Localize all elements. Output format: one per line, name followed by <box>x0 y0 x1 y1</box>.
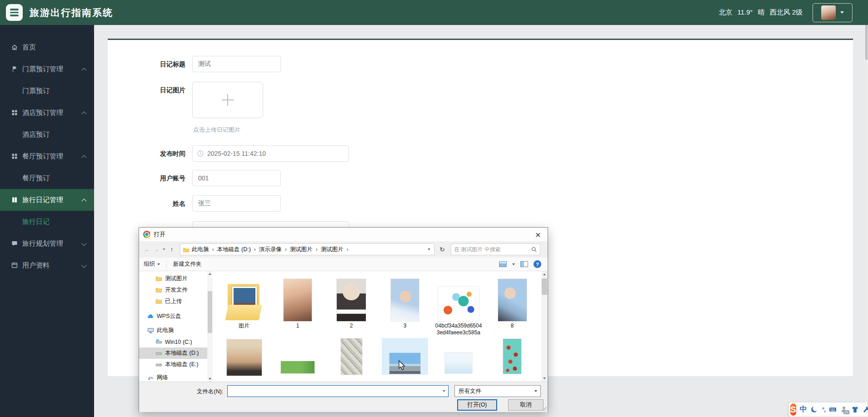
sidebar-item-ticket-mgmt[interactable]: 门票预订管理 <box>0 58 94 80</box>
resize-grip[interactable] <box>542 407 547 411</box>
list-scrollbar-thumb[interactable] <box>542 278 547 295</box>
file-tile[interactable] <box>432 338 485 376</box>
sidebar-item-restaurant-booking[interactable]: 餐厅预订 <box>0 167 94 189</box>
menu-toggle-button[interactable] <box>6 4 23 21</box>
forward-button[interactable] <box>152 244 161 255</box>
breadcrumb-item[interactable]: 此电脑 <box>190 246 211 253</box>
cloud-icon <box>147 313 154 320</box>
file-tile[interactable]: 2 <box>324 278 378 336</box>
clock-icon <box>197 150 204 157</box>
filename-dropdown-icon[interactable] <box>443 390 445 392</box>
organize-button[interactable]: 组织 <box>139 258 165 271</box>
wrench-icon[interactable] <box>863 406 868 413</box>
ime-toolbar: 中 19 <box>788 402 868 417</box>
chevron-up-icon <box>81 111 86 116</box>
scroll-up-icon[interactable] <box>541 271 548 278</box>
open-button[interactable]: 打开(O) <box>457 399 497 411</box>
tree-item-this-pc[interactable]: 此电脑 <box>139 325 213 336</box>
keyboard-icon[interactable] <box>829 406 837 413</box>
scroll-down-icon[interactable] <box>541 375 548 382</box>
file-tile[interactable]: 1 <box>271 278 324 336</box>
filetype-select[interactable]: 所有文件 <box>454 385 541 397</box>
sidebar-item-restaurant-mgmt[interactable]: 餐厅预订管理 <box>0 145 94 167</box>
tshirt-icon[interactable] <box>851 406 859 413</box>
user-account-input[interactable] <box>192 170 281 186</box>
breadcrumb-item[interactable]: 本地磁盘 (D:) <box>215 246 253 253</box>
tree-item-wps-cloud[interactable]: WPS云盘 <box>139 311 213 322</box>
file-thumbnail <box>438 287 479 321</box>
flag-icon <box>11 65 18 73</box>
scroll-up-icon[interactable] <box>207 271 213 277</box>
cancel-button[interactable]: 取消 <box>508 399 544 411</box>
sidebar-item-plan-mgmt[interactable]: 旅行规划管理 <box>0 233 94 254</box>
dialog-title: 打开 <box>154 230 165 238</box>
tree-item-folder[interactable]: 测试图片 <box>139 273 213 284</box>
change-view-icon[interactable] <box>499 261 507 267</box>
tree-item-folder[interactable]: 已上传 <box>139 296 213 307</box>
file-tile[interactable]: 3 <box>378 278 432 336</box>
sidebar-item-diary-mgmt[interactable]: 旅行日记管理 <box>0 189 94 211</box>
tree-item-drive-e[interactable]: 本地磁盘 (E:) <box>139 359 213 370</box>
filename-input[interactable] <box>230 386 439 396</box>
dialog-nav-bar: 此电脑 本地磁盘 (D:) 演示录像 测试图片 测试图片 <box>139 241 548 258</box>
chrome-icon <box>143 231 150 238</box>
diary-title-input[interactable] <box>192 56 281 72</box>
sidebar-item-user-profile[interactable]: 用户资料 <box>0 254 94 276</box>
help-icon[interactable] <box>534 260 541 268</box>
file-tile[interactable] <box>324 338 378 376</box>
sidebar-item-hotel-booking[interactable]: 酒店预订 <box>0 124 94 145</box>
chevron-down-icon <box>81 263 86 268</box>
sogou-logo-icon[interactable] <box>790 403 796 416</box>
sidebar-item-home[interactable]: 首页 <box>0 36 94 58</box>
sidebar-item-hotel-mgmt[interactable]: 酒店预订管理 <box>0 102 94 124</box>
back-button[interactable] <box>143 244 152 255</box>
file-tile[interactable]: 04bcf34a359d65043ed4faeee3c585a <box>432 278 485 336</box>
chevron-up-icon <box>81 199 86 204</box>
ime-mode-toggle[interactable]: 中 <box>800 405 807 414</box>
folder-icon <box>155 275 162 282</box>
view-dropdown-icon[interactable] <box>512 263 515 265</box>
file-tile[interactable] <box>217 338 271 376</box>
file-list-scrollbar[interactable] <box>541 271 548 382</box>
close-icon[interactable] <box>529 228 548 241</box>
tree-item-drive-c[interactable]: Win10 (C:) <box>139 336 213 348</box>
network-icon <box>147 374 154 381</box>
file-tile[interactable]: 8 <box>485 278 539 336</box>
file-tile-folder[interactable]: 图片 <box>217 278 271 336</box>
file-tile[interactable] <box>485 338 539 376</box>
user-menu[interactable] <box>813 3 853 22</box>
tree-item-network[interactable]: 网络 <box>139 372 213 382</box>
tree-item-folder[interactable]: 开发文件 <box>139 284 213 296</box>
avatar <box>821 5 836 20</box>
file-name: 2 <box>347 323 356 329</box>
tree-scrollbar[interactable] <box>207 271 213 382</box>
breadcrumb-item[interactable]: 测试图片 <box>288 246 315 253</box>
history-dropdown-icon[interactable] <box>161 244 167 255</box>
page-scrollbar[interactable] <box>865 0 868 417</box>
file-tile[interactable] <box>271 338 324 376</box>
moon-icon[interactable] <box>811 406 818 413</box>
scroll-down-icon[interactable] <box>207 376 213 382</box>
sidebar: 首页 门票预订管理 门票预订 酒店预订管理 酒店预订 餐厅预订管理 餐厅预订 <box>0 25 94 417</box>
sidebar-item-travel-diary[interactable]: 旅行日记 <box>0 211 94 233</box>
search-input[interactable] <box>454 246 531 253</box>
up-button[interactable] <box>167 244 176 255</box>
file-thumbnail <box>391 279 419 321</box>
tree-scrollbar-thumb[interactable] <box>208 291 212 333</box>
user-skin-icon[interactable]: 19 <box>840 406 848 413</box>
new-folder-button[interactable]: 新建文件夹 <box>169 258 206 271</box>
publish-time-input[interactable] <box>192 145 349 162</box>
breadcrumb-dropdown-icon[interactable] <box>428 248 430 250</box>
breadcrumb-item[interactable]: 测试图片 <box>319 246 346 253</box>
breadcrumb-item[interactable]: 演示录像 <box>257 246 284 253</box>
sidebar-item-ticket-booking[interactable]: 门票预订 <box>0 80 94 102</box>
refresh-button[interactable] <box>437 244 447 255</box>
tree-item-drive-d[interactable]: 本地磁盘 (D:) <box>139 348 213 359</box>
name-input[interactable] <box>192 195 281 212</box>
image-upload-box[interactable] <box>192 82 263 118</box>
name-label: 姓名 <box>129 200 185 208</box>
preview-pane-icon[interactable] <box>520 261 528 267</box>
file-name: 8 <box>508 323 517 329</box>
punctuation-icon[interactable] <box>822 406 825 413</box>
mouse-cursor <box>398 360 406 373</box>
